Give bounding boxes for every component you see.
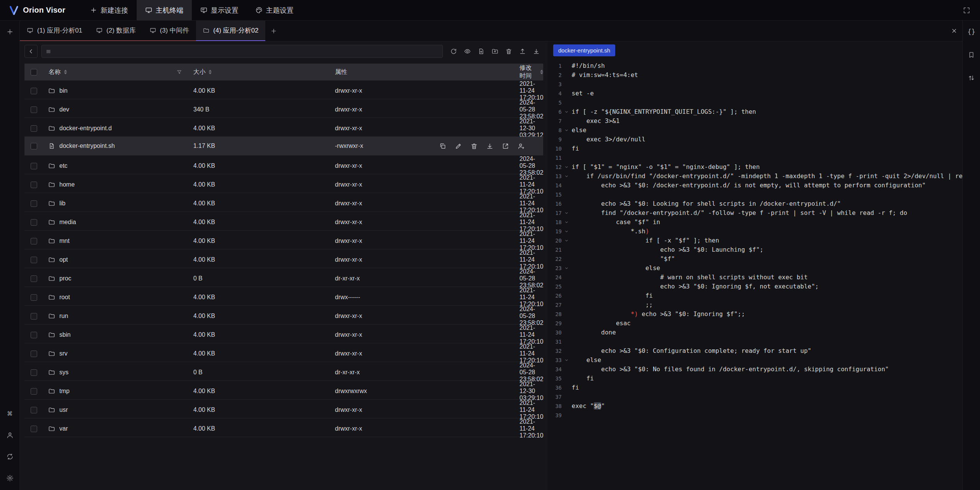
row-checkbox[interactable]: [31, 182, 37, 188]
fold-chevron-icon[interactable]: [562, 356, 572, 365]
row-checkbox[interactable]: [31, 163, 37, 169]
file-row-home[interactable]: home4.00 KBdrwxr-xr-x2021-11-24 17:20:10: [24, 174, 543, 193]
user-info-button[interactable]: [4, 429, 16, 441]
shortcut-keys-button[interactable]: ⌘: [4, 408, 16, 420]
delete-icon[interactable]: [470, 143, 478, 150]
new-file-button[interactable]: [474, 45, 488, 58]
fold-chevron-icon[interactable]: [562, 107, 572, 116]
menu-item-host-terminal[interactable]: 主机终端: [137, 0, 192, 20]
header-size[interactable]: 大小: [188, 68, 329, 76]
file-row-root[interactable]: root4.00 KBdrwx------2021-11-24 17:20:10: [24, 287, 543, 306]
row-checkbox[interactable]: [31, 294, 37, 301]
terminal-tab-2[interactable]: (2) 数据库: [89, 21, 143, 41]
fold-chevron-icon[interactable]: [562, 208, 572, 218]
show-hidden-button[interactable]: [461, 45, 474, 58]
menu-item-theme-settings[interactable]: 主题设置: [247, 0, 302, 20]
file-row-bin[interactable]: bin4.00 KBdrwxr-xr-x2021-11-24 17:20:10: [24, 80, 543, 99]
download-icon[interactable]: [486, 143, 493, 150]
editor-file-tab[interactable]: docker-entrypoint.sh: [553, 44, 615, 56]
file-row-opt[interactable]: opt4.00 KBdrwxr-xr-x2021-11-24 17:20:10: [24, 249, 543, 268]
new-connection-button[interactable]: [4, 26, 16, 38]
file-row-run[interactable]: run4.00 KBdrwxr-xr-x2024-05-28 23:58:02: [24, 306, 543, 324]
code-editor[interactable]: 1#!/bin/sh2# vim:sw=4:ts=4:et34set -e56i…: [548, 59, 980, 490]
close-tabs-icon[interactable]: [946, 21, 962, 41]
row-checkbox[interactable]: [31, 200, 37, 207]
terminal-tab-1[interactable]: (1) 应用-分析01: [20, 21, 89, 41]
header-name[interactable]: 名称: [43, 68, 188, 76]
row-checkbox[interactable]: [31, 143, 37, 149]
fold-chevron-icon[interactable]: [562, 264, 572, 273]
row-checkbox[interactable]: [31, 275, 37, 282]
file-name: run: [59, 313, 68, 320]
select-all-checkbox[interactable]: [31, 69, 37, 75]
row-checkbox[interactable]: [31, 369, 37, 376]
variables-button[interactable]: {}: [966, 26, 977, 38]
row-checkbox[interactable]: [31, 426, 37, 432]
back-button[interactable]: [24, 45, 38, 58]
fold-chevron-icon[interactable]: [562, 172, 572, 181]
file-row-sys[interactable]: sys0 Bdr-xr-xr-x2024-05-28 23:58:02: [24, 362, 543, 381]
fullscreen-icon[interactable]: [961, 5, 972, 16]
file-row-var[interactable]: var4.00 KBdrwxr-xr-x2021-11-24 17:20:10: [24, 418, 543, 437]
file-row-sbin[interactable]: sbin4.00 KBdrwxr-xr-x2021-11-24 17:20:10: [24, 324, 543, 343]
filter-icon[interactable]: [176, 69, 182, 75]
fold-chevron-icon[interactable]: [562, 218, 572, 227]
header-time[interactable]: 修改时间: [513, 64, 543, 80]
bookmark-button[interactable]: [966, 49, 977, 61]
terminal-tab-3[interactable]: (3) 中间件: [143, 21, 196, 41]
file-row-usr[interactable]: usr4.00 KBdrwxr-xr-x2021-11-24 17:20:10: [24, 400, 543, 418]
fold-chevron-icon[interactable]: [562, 227, 572, 236]
code-text: # vim:sw=4:ts=4:et: [572, 70, 638, 80]
code-text: echo >&3 "$0: Configuration complete; re…: [572, 346, 811, 356]
file-row-docker-entrypoint.d[interactable]: docker-entrypoint.d4.00 KBdrwxr-xr-x2021…: [24, 118, 543, 137]
new-tab-button[interactable]: [265, 21, 282, 41]
code-text: fi: [572, 291, 653, 300]
row-checkbox[interactable]: [31, 313, 37, 320]
file-row-etc[interactable]: etc4.00 KBdrwxr-xr-x2024-05-28 23:58:02: [24, 156, 543, 174]
row-checkbox[interactable]: [31, 219, 37, 226]
permission-icon[interactable]: [518, 143, 525, 150]
settings-button[interactable]: [4, 472, 16, 484]
sort-size-icon[interactable]: [209, 70, 212, 74]
refresh-button[interactable]: [447, 45, 461, 58]
sync-button[interactable]: [4, 451, 16, 462]
file-row-proc[interactable]: proc0 Bdr-xr-xr-x2024-05-28 23:58:02: [24, 268, 543, 287]
terminal-tab-4[interactable]: (4) 应用-分析02: [196, 21, 265, 41]
row-checkbox[interactable]: [31, 107, 37, 113]
row-checkbox[interactable]: [31, 407, 37, 413]
file-row-srv[interactable]: srv4.00 KBdrwxr-xr-x2021-11-24 17:20:10: [24, 343, 543, 362]
row-checkbox[interactable]: [31, 388, 37, 395]
row-checkbox[interactable]: [31, 332, 37, 338]
row-checkbox[interactable]: [31, 88, 37, 94]
path-input[interactable]: [54, 48, 439, 55]
swap-panels-button[interactable]: [966, 72, 977, 84]
edit-icon[interactable]: [455, 143, 462, 150]
file-row-dev[interactable]: dev340 Bdrwxr-xr-x2024-05-28 23:58:02: [24, 99, 543, 118]
row-checkbox[interactable]: [31, 238, 37, 244]
delete-button[interactable]: [502, 45, 516, 58]
new-folder-button[interactable]: [488, 45, 502, 58]
fold-chevron-icon[interactable]: [562, 162, 572, 172]
row-actions: [439, 137, 525, 155]
file-row-lib[interactable]: lib4.00 KBdrwxr-xr-x2021-11-24 17:20:10: [24, 193, 543, 212]
download-button[interactable]: [529, 45, 543, 58]
copy-icon[interactable]: [439, 143, 446, 150]
sort-time-icon[interactable]: [540, 70, 543, 74]
upload-button[interactable]: [516, 45, 529, 58]
row-checkbox[interactable]: [31, 257, 37, 263]
file-row-mnt[interactable]: mnt4.00 KBdrwxr-xr-x2021-11-24 17:20:10: [24, 231, 543, 249]
file-row-media[interactable]: media4.00 KBdrwxr-xr-x2021-11-24 17:20:1…: [24, 212, 543, 231]
move-icon[interactable]: [502, 143, 509, 150]
code-line-7: 7 exec 3>&1: [548, 116, 980, 126]
menu-item-new-connection[interactable]: 新建连接: [82, 0, 137, 20]
path-list-icon[interactable]: [46, 49, 51, 54]
menu-item-display-settings[interactable]: 显示设置: [192, 0, 247, 20]
monitor-icon: [27, 27, 33, 34]
fold-chevron-icon[interactable]: [562, 126, 572, 135]
row-checkbox[interactable]: [31, 125, 37, 132]
file-row-tmp[interactable]: tmp4.00 KBdrwxrwxrwx2021-12-30 03:29:10: [24, 381, 543, 400]
sort-name-icon[interactable]: [64, 70, 67, 74]
file-row-docker-entrypoint.sh[interactable]: docker-entrypoint.sh1.17 KB-rwxrwxr-x: [24, 137, 543, 156]
row-checkbox[interactable]: [31, 351, 37, 357]
fold-chevron-icon[interactable]: [562, 236, 572, 245]
